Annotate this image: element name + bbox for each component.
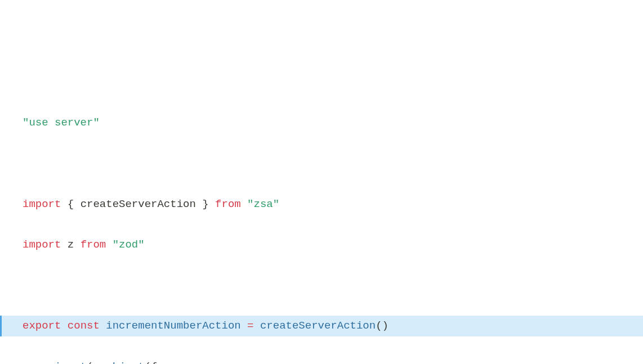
method-call: input <box>55 361 87 364</box>
function-call: createServerAction <box>260 320 376 332</box>
punctuation: ({ <box>145 361 158 364</box>
punctuation: . <box>48 361 55 364</box>
keyword-import: import <box>23 198 61 210</box>
code-line-empty <box>0 275 643 295</box>
string-literal: "use server" <box>23 116 100 129</box>
code-line: .input(z.object({ <box>0 357 643 364</box>
space <box>254 320 260 332</box>
code-line: import { createServerAction } from "zsa" <box>0 194 643 214</box>
definition: incrementNumberAction <box>106 320 240 332</box>
code-line-empty <box>0 154 643 174</box>
code-block: "use server" import { createServerAction… <box>0 92 643 364</box>
punctuation: ( <box>87 361 93 364</box>
keyword-const: const <box>68 320 100 332</box>
punctuation: { <box>61 198 80 210</box>
punctuation: () <box>376 320 389 332</box>
code-line: "use server" <box>0 113 643 133</box>
space <box>61 320 67 332</box>
method-call: object <box>106 361 144 364</box>
space <box>100 320 106 332</box>
identifier: z <box>68 239 74 251</box>
punctuation: . <box>100 361 106 364</box>
operator: = <box>247 320 253 332</box>
indent <box>23 361 48 364</box>
space <box>106 239 112 251</box>
string-literal: "zsa" <box>247 198 279 210</box>
identifier: createServerAction <box>81 198 196 210</box>
space <box>241 198 247 210</box>
space <box>241 320 247 332</box>
identifier: z <box>93 361 99 364</box>
keyword-import: import <box>23 239 61 251</box>
code-line: import z from "zod" <box>0 235 643 255</box>
keyword-from: from <box>215 198 241 210</box>
punctuation: } <box>196 198 215 210</box>
space <box>61 239 67 251</box>
string-literal: "zod" <box>113 239 145 251</box>
space <box>74 239 80 251</box>
keyword-from: from <box>81 239 106 251</box>
keyword-export: export <box>23 320 61 332</box>
code-line-highlighted: export const incrementNumberAction = cre… <box>0 316 643 336</box>
